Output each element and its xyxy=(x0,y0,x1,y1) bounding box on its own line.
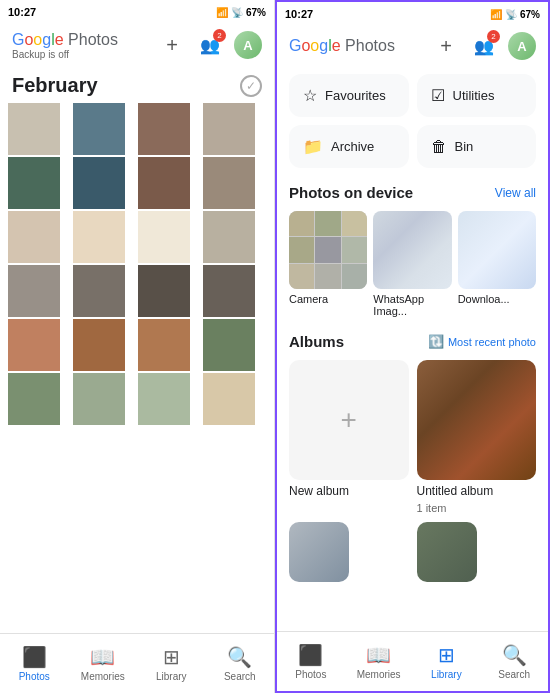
photo-thumb[interactable] xyxy=(73,265,125,317)
whatsapp-label: WhatsApp Imag... xyxy=(373,293,451,317)
photo-thumb[interactable] xyxy=(8,157,60,209)
bin-button[interactable]: 🗑 Bin xyxy=(417,125,537,168)
extra-album-1[interactable] xyxy=(289,522,349,582)
right-panel: 10:27 📶 📡 67% Google Photos + 👥 2 A xyxy=(275,0,550,693)
photo-thumb[interactable] xyxy=(73,373,125,425)
nav-memories-label-left: Memories xyxy=(81,671,125,682)
library-icon-right: ⊞ xyxy=(438,643,455,667)
bottom-nav-left: ⬛ Photos 📖 Memories ⊞ Library 🔍 Search xyxy=(0,633,274,693)
extra-albums-row xyxy=(289,522,536,582)
photo-thumb[interactable] xyxy=(203,157,255,209)
photo-thumb[interactable] xyxy=(138,373,190,425)
utilities-button[interactable]: ☑ Utilities xyxy=(417,74,537,117)
header-right: Google Photos + 👥 2 A xyxy=(277,26,548,66)
archive-button[interactable]: 📁 Archive xyxy=(289,125,409,168)
nav-photos-right[interactable]: ⬛ Photos xyxy=(277,632,345,691)
library-content: ☆ Favourites ☑ Utilities 📁 Archive 🗑 Bin… xyxy=(277,66,548,631)
photo-thumb[interactable] xyxy=(8,103,60,155)
photo-thumb[interactable] xyxy=(8,373,60,425)
add-button-left[interactable]: + xyxy=(158,31,186,59)
nav-library-right[interactable]: ⊞ Library xyxy=(413,632,481,691)
nav-memories-left[interactable]: 📖 Memories xyxy=(69,634,138,693)
downloads-label: Downloa... xyxy=(458,293,536,305)
camera-album[interactable]: Camera xyxy=(289,211,367,317)
photo-thumb[interactable] xyxy=(73,211,125,263)
user-avatar-right: A xyxy=(508,32,536,60)
search-icon-left: 🔍 xyxy=(227,645,252,669)
signal-icon: 📶 xyxy=(216,7,228,18)
nav-photos-label-left: Photos xyxy=(19,671,50,682)
bin-icon: 🗑 xyxy=(431,138,447,156)
albums-grid: + New album Untitled album 1 item xyxy=(289,360,536,514)
logo-right: Google Photos xyxy=(289,36,424,55)
utilities-icon: ☑ xyxy=(431,86,445,105)
header-icons-right: + 👥 2 A xyxy=(432,32,536,60)
nav-memories-right[interactable]: 📖 Memories xyxy=(345,632,413,691)
untitled-album-card[interactable]: Untitled album 1 item xyxy=(417,360,537,514)
device-photos-grid: Camera WhatsApp Imag... Downloa... xyxy=(289,211,536,317)
photo-thumb[interactable] xyxy=(203,211,255,263)
whatsapp-album[interactable]: WhatsApp Imag... xyxy=(373,211,451,317)
status-bar-right: 10:27 📶 📡 67% xyxy=(277,2,548,26)
view-all-button[interactable]: View all xyxy=(495,186,536,200)
nav-memories-label-right: Memories xyxy=(357,669,401,680)
share-people-button-right[interactable]: 👥 2 xyxy=(470,32,498,60)
library-icon-left: ⊞ xyxy=(163,645,180,669)
status-icons-right: 📶 📡 67% xyxy=(490,9,540,20)
favourites-button[interactable]: ☆ Favourites xyxy=(289,74,409,117)
new-album-thumb: + xyxy=(289,360,409,480)
photo-thumb[interactable] xyxy=(8,211,60,263)
untitled-album-sub: 1 item xyxy=(417,502,537,514)
star-icon: ☆ xyxy=(303,86,317,105)
photo-thumb[interactable] xyxy=(8,265,60,317)
photo-thumb[interactable] xyxy=(138,157,190,209)
select-all-button[interactable]: ✓ xyxy=(240,75,262,97)
time-left: 10:27 xyxy=(8,6,36,18)
nav-photos-left[interactable]: ⬛ Photos xyxy=(0,634,69,693)
photo-thumb[interactable] xyxy=(138,319,190,371)
avatar-right[interactable]: A xyxy=(508,32,536,60)
nav-library-left[interactable]: ⊞ Library xyxy=(137,634,206,693)
add-button-right[interactable]: + xyxy=(432,32,460,60)
logo-photos: Photos xyxy=(68,31,118,48)
photo-grid xyxy=(8,103,266,425)
plus-icon-left: + xyxy=(166,34,178,57)
new-album-card[interactable]: + New album xyxy=(289,360,409,514)
plus-icon-right: + xyxy=(440,35,452,58)
photo-thumb[interactable] xyxy=(203,373,255,425)
albums-title: Albums xyxy=(289,333,344,350)
photo-thumb[interactable] xyxy=(73,319,125,371)
extra-album-2[interactable] xyxy=(417,522,477,582)
month-title: February xyxy=(12,74,98,97)
app-name-right: Google Photos xyxy=(289,36,424,55)
albums-header: Albums 🔃 Most recent photo xyxy=(289,333,536,350)
header-left: Google Photos Backup is off + 👥 2 A xyxy=(0,24,274,66)
left-panel: 10:27 📶 📡 67% Google Photos Backup is of… xyxy=(0,0,275,693)
photo-thumb[interactable] xyxy=(138,103,190,155)
share-people-button-left[interactable]: 👥 2 xyxy=(196,31,224,59)
photo-thumb[interactable] xyxy=(203,319,255,371)
photo-thumb[interactable] xyxy=(8,319,60,371)
downloads-album[interactable]: Downloa... xyxy=(458,211,536,317)
check-icon: ✓ xyxy=(246,79,256,93)
nav-library-label-left: Library xyxy=(156,671,187,682)
albums-sort-button[interactable]: 🔃 Most recent photo xyxy=(428,334,536,349)
battery-right: 67% xyxy=(520,9,540,20)
photo-thumb[interactable] xyxy=(203,103,255,155)
logo-left: Google Photos Backup is off xyxy=(12,30,150,60)
photo-thumb[interactable] xyxy=(138,211,190,263)
photos-on-device-header: Photos on device View all xyxy=(289,184,536,201)
photo-thumb[interactable] xyxy=(138,265,190,317)
untitled-album-label: Untitled album xyxy=(417,484,537,498)
untitled-album-thumb xyxy=(417,360,537,480)
wifi-icon: 📡 xyxy=(231,7,243,18)
nav-search-left[interactable]: 🔍 Search xyxy=(206,634,275,693)
nav-photos-label-right: Photos xyxy=(295,669,326,680)
avatar-left[interactable]: A xyxy=(234,31,262,59)
archive-label: Archive xyxy=(331,139,374,154)
photo-thumb[interactable] xyxy=(73,103,125,155)
nav-search-right[interactable]: 🔍 Search xyxy=(480,632,548,691)
badge-right: 2 xyxy=(487,30,500,43)
photo-thumb[interactable] xyxy=(203,265,255,317)
photo-thumb[interactable] xyxy=(73,157,125,209)
